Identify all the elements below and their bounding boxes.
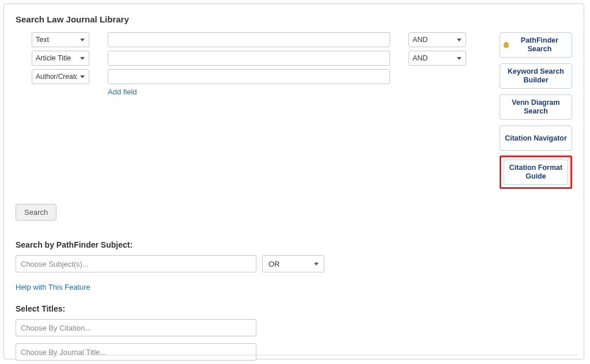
field-type-select[interactable]: Article Title [32,51,89,66]
search-term-input[interactable] [108,51,390,66]
field-select-wrap: Author/Creator [16,69,89,84]
page-title: Search Law Journal Library [16,14,572,24]
field-type-select[interactable]: Author/Creator [32,69,89,84]
pathfinder-label: PathFinder Search [511,36,568,54]
field-select-wrap: Article Title [16,51,89,66]
pathfinder-label-wrap: PathFinder Search [504,36,568,54]
subject-logic-wrap: OR [262,255,324,272]
venn-diagram-button[interactable]: Venn Diagram Search [500,94,572,120]
help-link[interactable]: Help with This Feature [16,283,90,291]
operator-select[interactable]: AND [409,51,466,66]
citation-format-guide-button[interactable]: Citation Format Guide [504,160,568,185]
pathfinder-subject-label: Search by PathFinder Subject: [16,240,572,249]
search-term-input[interactable] [108,69,390,84]
field-row: Article Title AND [16,51,486,66]
choose-by-citation-input[interactable] [16,319,256,336]
add-field-link[interactable]: Add field [108,88,486,96]
subject-logic-select[interactable]: OR [262,255,324,272]
search-panel: Search Law Journal Library Text AND [3,3,584,359]
subject-input[interactable] [16,255,256,272]
select-titles-label: Select Titles: [16,304,572,313]
search-term-input[interactable] [108,32,390,47]
citation-format-label: Citation Format Guide [508,164,564,181]
search-button[interactable]: Search [16,204,56,221]
keyword-label: Keyword Search Builder [504,67,568,85]
lightbulb-icon [504,42,509,48]
operator-select[interactable]: AND [409,32,466,47]
field-type-select[interactable]: Text [32,32,89,47]
form-area: Text AND Article Title [16,32,572,189]
field-row: Text AND [16,32,486,47]
choose-by-journal-input[interactable] [16,343,256,361]
field-row: Author/Creator [16,69,486,84]
operator-select-wrap: AND [409,32,466,47]
keyword-builder-button[interactable]: Keyword Search Builder [500,63,572,89]
subject-row: OR [16,255,572,272]
field-select-wrap: Text [16,32,89,47]
fields-column: Text AND Article Title [16,32,486,96]
citation-format-highlight: Citation Format Guide [500,156,572,189]
side-buttons: PathFinder Search Keyword Search Builder… [500,32,572,189]
operator-select-wrap: AND [409,51,466,66]
citation-navigator-button[interactable]: Citation Navigator [500,126,572,151]
pathfinder-search-button[interactable]: PathFinder Search [500,32,572,58]
venn-label: Venn Diagram Search [504,98,568,116]
divider [25,355,578,355]
citation-nav-label: Citation Navigator [505,134,567,143]
